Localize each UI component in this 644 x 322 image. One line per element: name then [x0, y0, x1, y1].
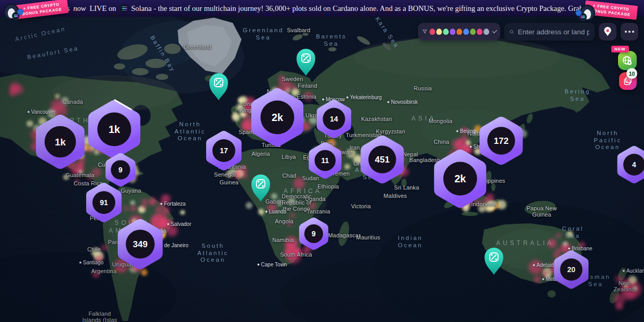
cluster-marker[interactable]: 20: [548, 246, 595, 293]
filter-funnel-icon: [422, 28, 427, 36]
cluster-count: 172: [494, 136, 508, 146]
cluster-count: 349: [133, 239, 147, 249]
search-input[interactable]: [518, 28, 589, 36]
banner-chain-name: Solana: [131, 4, 152, 13]
cardano-coin-icon: [17, 9, 23, 15]
cluster-count: 2k: [272, 112, 284, 123]
banner-text-now: now: [73, 4, 86, 13]
cluster-marker[interactable]: 14: [311, 96, 357, 142]
globe-pin-icon: [622, 55, 633, 66]
filter-dot: [470, 29, 476, 35]
filter-dropdown[interactable]: [418, 23, 500, 41]
filter-dot: [463, 29, 469, 35]
cluster-marker[interactable]: 349: [111, 215, 169, 273]
cluster-marker[interactable]: 11: [303, 138, 347, 183]
filter-dot: [457, 29, 462, 35]
filter-dot: [477, 29, 482, 35]
filter-dot: [430, 29, 435, 35]
cluster-marker[interactable]: 2k: [244, 84, 311, 151]
cluster-count: 2k: [454, 173, 466, 184]
more-options-button[interactable]: [621, 23, 638, 41]
filter-color-dots: [430, 29, 489, 35]
smartplaces-map-app: Arctic OceanBeaufort SeaBaffin BayGreenl…: [0, 0, 644, 322]
cluster-marker[interactable]: 451: [354, 131, 410, 187]
cluster-count: 11: [321, 156, 329, 165]
cardano-coin-icon: [575, 10, 582, 16]
ellipsis-icon: [625, 31, 634, 33]
promo-banner[interactable]: SmartPlaces is now LIVE on Solana - the …: [0, 0, 644, 17]
cluster-count: 20: [567, 265, 575, 274]
cluster-marker[interactable]: 4: [611, 142, 644, 187]
location-pin-icon: [602, 26, 613, 37]
cluster-count: 9: [312, 230, 316, 238]
cluster-count: 9: [118, 166, 123, 174]
new-feature-badge: NEW: [611, 46, 629, 52]
globe-explore-button[interactable]: [618, 51, 637, 70]
penguin-mascot-left[interactable]: [4, 4, 22, 22]
filter-dot: [443, 29, 449, 35]
banner-text-live: LIVE on: [89, 4, 116, 13]
search-icon: [509, 28, 514, 36]
cluster-count: 14: [330, 115, 338, 123]
penguin-mascot-right[interactable]: [576, 5, 595, 23]
map-toolbar: [418, 23, 638, 41]
filter-dot: [450, 29, 455, 35]
notification-count-badge: 10: [626, 68, 637, 79]
solana-icon: [120, 4, 129, 12]
cluster-marker[interactable]: 172: [473, 113, 529, 169]
cluster-count: 1k: [55, 137, 66, 147]
search-box[interactable]: [504, 23, 595, 41]
cluster-count: 451: [375, 155, 390, 165]
banner-text-2: - the start of our multichain journey! 3…: [154, 4, 619, 13]
cluster-marker[interactable]: 17: [200, 127, 248, 175]
filter-dot: [436, 29, 442, 35]
cluster-markers-layer: 1k 1k 9 91 349: [0, 0, 644, 322]
cluster-count: 1k: [109, 124, 120, 135]
cluster-count: 17: [220, 146, 228, 155]
locate-me-button[interactable]: [599, 23, 616, 41]
filter-dot: [484, 29, 489, 35]
world-map[interactable]: Arctic OceanBeaufort SeaBaffin BayGreenl…: [0, 0, 644, 322]
cluster-count: 4: [632, 160, 636, 169]
chevron-down-icon: [492, 29, 497, 33]
cluster-marker[interactable]: 9: [293, 213, 334, 254]
cluster-count: 91: [100, 198, 108, 207]
